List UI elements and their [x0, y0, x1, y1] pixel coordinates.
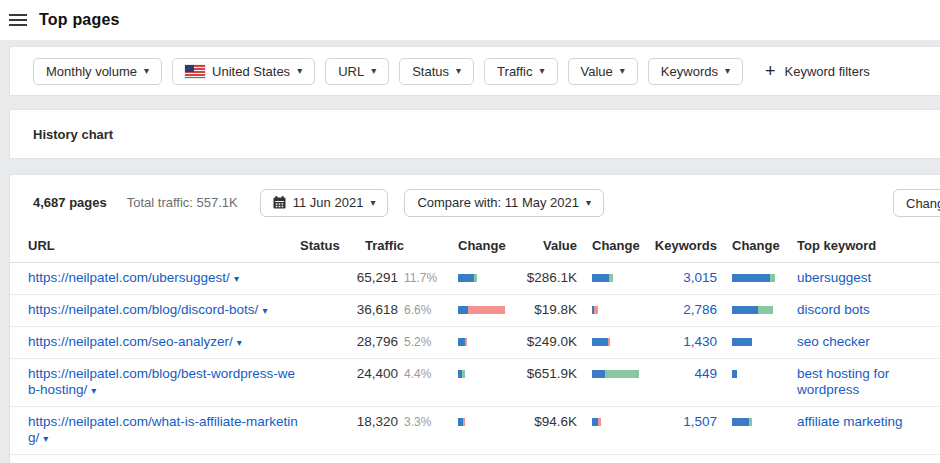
url-dropdown-icon[interactable]: ▾ — [237, 337, 242, 348]
app-header: Top pages — [0, 0, 940, 40]
chevron-down-icon: ▾ — [620, 66, 625, 76]
traffic-change-cell — [438, 327, 510, 359]
chevron-down-icon: ▾ — [540, 66, 545, 76]
changes-button[interactable]: Changes — [893, 189, 940, 217]
top-pages-table: URL Status Traffic Change Value Change K… — [10, 230, 940, 455]
change-bar — [732, 418, 752, 426]
change-bar — [732, 274, 775, 282]
change-bar — [732, 370, 737, 378]
value-change-cell — [577, 407, 650, 455]
calendar-icon — [273, 196, 286, 209]
filter-label: Keywords — [661, 64, 718, 79]
url-dropdown-icon[interactable]: ▾ — [262, 305, 267, 316]
change-bar — [458, 274, 477, 282]
keywords-count-link[interactable]: 449 — [694, 366, 717, 381]
hamburger-menu-icon[interactable] — [9, 14, 27, 26]
col-header-change-traffic: Change — [438, 230, 510, 263]
top-keyword-link[interactable]: affiliate marketing — [797, 414, 903, 429]
value-cell: $94.6K — [510, 407, 577, 455]
value-change-cell — [577, 327, 650, 359]
top-keyword-link[interactable]: best hosting for wordpress — [797, 366, 889, 397]
traffic-change-cell — [438, 263, 510, 295]
traffic-change-cell — [438, 407, 510, 455]
filter-label: Value — [581, 64, 613, 79]
col-header-keywords: Keywords — [650, 230, 717, 263]
filter-url[interactable]: URL ▾ — [325, 58, 389, 85]
keywords-count-link[interactable]: 1,430 — [683, 334, 717, 349]
compare-label: Compare with: 11 May 2021 — [417, 195, 579, 210]
top-keyword-link[interactable]: seo checker — [797, 334, 870, 349]
url-link[interactable]: https://neilpatel.com/what-is-affiliate-… — [28, 414, 298, 445]
table-header-row: URL Status Traffic Change Value Change K… — [10, 230, 940, 263]
traffic-cell: 24,4004.4% — [348, 359, 438, 407]
value-cell: $651.9K — [510, 359, 577, 407]
col-header-change-keywords: Change — [717, 230, 793, 263]
value-cell: $19.8K — [510, 295, 577, 327]
filter-monthly-volume[interactable]: Monthly volume ▾ — [33, 58, 162, 85]
filter-label: Monthly volume — [46, 64, 137, 79]
traffic-change-cell — [438, 359, 510, 407]
status-cell — [300, 295, 348, 327]
url-link[interactable]: https://neilpatel.com/blog/discord-bots/ — [28, 302, 258, 317]
filter-label: Traffic — [497, 64, 532, 79]
traffic-cell: 36,6186.6% — [348, 295, 438, 327]
changes-label: Changes — [906, 196, 940, 211]
date-label: 11 Jun 2021 — [293, 195, 364, 210]
keywords-change-cell — [717, 359, 793, 407]
url-dropdown-icon[interactable]: ▾ — [91, 385, 96, 396]
filter-label: URL — [338, 64, 364, 79]
chevron-down-icon: ▾ — [371, 66, 376, 76]
url-link[interactable]: https://neilpatel.com/seo-analyzer/ — [28, 334, 233, 349]
filter-status[interactable]: Status ▾ — [399, 58, 474, 85]
col-header-change-value: Change — [577, 230, 650, 263]
filter-keywords[interactable]: Keywords ▾ — [648, 58, 743, 85]
pages-count: 4,687 pages — [33, 195, 107, 210]
date-picker-button[interactable]: 11 Jun 2021 ▾ — [260, 189, 389, 217]
chevron-down-icon: ▾ — [586, 198, 591, 208]
filter-traffic[interactable]: Traffic ▾ — [484, 58, 557, 85]
top-keyword-link[interactable]: discord bots — [797, 302, 870, 317]
status-cell — [300, 407, 348, 455]
table-row: https://neilpatel.com/seo-analyzer/▾28,7… — [10, 327, 940, 359]
traffic-cell: 28,7965.2% — [348, 327, 438, 359]
keywords-count-link[interactable]: 3,015 — [683, 270, 717, 285]
change-bar — [732, 306, 773, 314]
table-row: https://neilpatel.com/blog/best-wordpres… — [10, 359, 940, 407]
filter-value[interactable]: Value ▾ — [568, 58, 638, 85]
compare-with-button[interactable]: Compare with: 11 May 2021 ▾ — [404, 189, 604, 217]
change-bar — [592, 274, 613, 282]
status-cell — [300, 359, 348, 407]
col-header-value: Value — [510, 230, 577, 263]
url-link[interactable]: https://neilpatel.com/ubersuggest/ — [28, 270, 230, 285]
traffic-change-cell — [438, 295, 510, 327]
table-toolbar: 4,687 pages Total traffic: 557.1K 11 Jun… — [10, 175, 940, 230]
traffic-cell: 65,29111.7% — [348, 263, 438, 295]
value-change-cell — [577, 295, 650, 327]
us-flag-icon — [185, 65, 205, 78]
page-title: Top pages — [39, 11, 120, 29]
change-bar — [592, 306, 598, 314]
keywords-count-link[interactable]: 2,786 — [683, 302, 717, 317]
top-keyword-link[interactable]: ubersuggest — [797, 270, 871, 285]
table-row: https://neilpatel.com/what-is-affiliate-… — [10, 407, 940, 455]
top-pages-table-card: 4,687 pages Total traffic: 557.1K 11 Jun… — [10, 175, 940, 463]
keywords-change-cell — [717, 327, 793, 359]
value-change-cell — [577, 263, 650, 295]
status-cell — [300, 263, 348, 295]
change-bar — [592, 418, 601, 426]
url-dropdown-icon[interactable]: ▾ — [234, 273, 239, 284]
total-traffic: Total traffic: 557.1K — [127, 195, 238, 210]
keyword-filters-button[interactable]: + Keyword filters — [765, 62, 870, 80]
filter-country[interactable]: United States ▾ — [172, 58, 315, 85]
col-header-status: Status — [300, 230, 348, 263]
table-row: https://neilpatel.com/ubersuggest/▾65,29… — [10, 263, 940, 295]
keywords-change-cell — [717, 295, 793, 327]
url-link[interactable]: https://neilpatel.com/blog/best-wordpres… — [28, 366, 295, 397]
chevron-down-icon: ▾ — [456, 66, 461, 76]
value-cell: $249.0K — [510, 327, 577, 359]
value-change-cell — [577, 359, 650, 407]
chevron-down-icon: ▾ — [725, 66, 730, 76]
keywords-count-link[interactable]: 1,507 — [683, 414, 717, 429]
table-row: https://neilpatel.com/blog/discord-bots/… — [10, 295, 940, 327]
url-dropdown-icon[interactable]: ▾ — [43, 433, 48, 444]
